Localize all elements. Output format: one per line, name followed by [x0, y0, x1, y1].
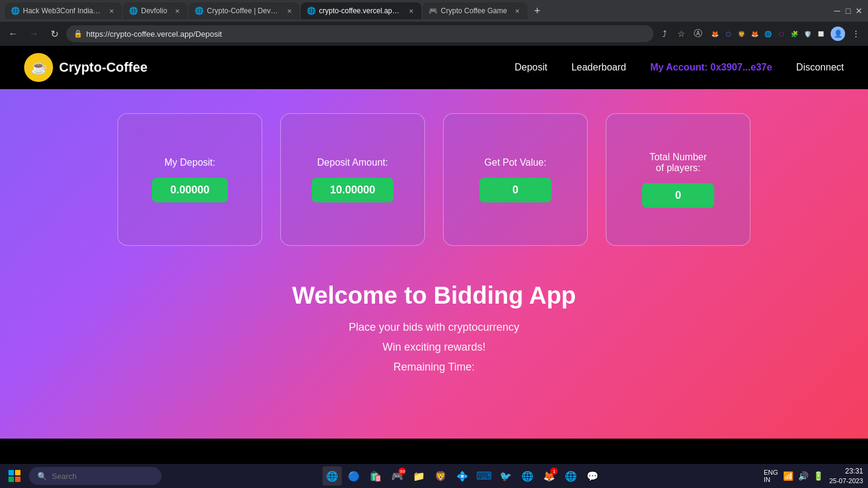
taskbar-app-vscode[interactable]: ⌨ [474, 466, 494, 486]
new-tab-button[interactable]: + [529, 2, 546, 19]
tab-crypto-coffee-devfolio[interactable]: 🌐 Crypto-Coffee | Devfolio ✕ [189, 2, 300, 19]
taskbar-app-twitter[interactable]: 🐦 [496, 466, 515, 486]
share-icon[interactable]: ⤴ [657, 27, 671, 41]
tab-close-1[interactable]: ✕ [107, 7, 116, 15]
close-window-button[interactable]: ✕ [855, 7, 863, 15]
get-pot-value[interactable]: 0 [479, 178, 552, 202]
total-players-card: Total Number of players: 0 [606, 113, 750, 246]
lock-icon: 🔒 [74, 30, 83, 38]
address-bar[interactable]: 🔒 https://crypto-coffee.vercel.app/Depos… [66, 25, 653, 42]
battery-icon[interactable]: 🔋 [813, 471, 823, 481]
taskbar-search[interactable]: 🔍 [29, 467, 162, 485]
nav-account[interactable]: My Account: 0x3907...e37e [650, 62, 772, 73]
taskbar-app-gamepass[interactable]: 🎮99 [388, 466, 407, 486]
tab-close-2[interactable]: ✕ [173, 7, 181, 15]
welcome-title: Welcome to Bidding App [36, 282, 832, 309]
ext-icon-7[interactable]: 🧩 [788, 28, 800, 40]
deposit-amount-value[interactable]: 10.00000 [312, 178, 393, 202]
reload-button[interactable]: ↻ [46, 25, 63, 42]
remaining-time: Remaining Time: [36, 361, 832, 374]
browser-chrome: 🌐 Hack Web3Conf India '23: Dashb... ✕ 🌐 … [0, 0, 868, 46]
taskbar-app-discord[interactable]: 💬 [583, 466, 602, 486]
maximize-button[interactable]: □ [844, 7, 852, 15]
forward-button[interactable]: → [25, 25, 42, 42]
taskbar-right: ENG IN 📶 🔊 🔋 23:31 25-07-2023 [764, 467, 863, 485]
tab-close-4[interactable]: ✕ [407, 7, 415, 15]
clock-area[interactable]: 23:31 25-07-2023 [829, 467, 863, 485]
taskbar-app-brave[interactable]: 🦁 [431, 466, 450, 486]
logo-icon: ☕ [24, 53, 53, 82]
tab-label-1: Hack Web3Conf India '23: Dashb... [23, 7, 101, 15]
nav-disconnect[interactable]: Disconnect [796, 62, 844, 73]
taskbar-app-edge[interactable]: 🌐 [322, 466, 342, 486]
taskbar-app-chrome2[interactable]: 🌐 [561, 466, 580, 486]
app-content: ☕ Crypto-Coffee Deposit Leaderboard My A… [0, 46, 868, 464]
tab-favicon-1: 🌐 [11, 7, 19, 15]
taskbar-app-chrome[interactable]: 🌐 [518, 466, 537, 486]
taskbar-pinned-apps: 🌐 🔵 🛍️ 🎮99 📁 🦁 💠 ⌨ 🐦 🌐 🦊1 🌐 💬 [322, 466, 602, 486]
taskbar-app-files[interactable]: 📁 [409, 466, 429, 486]
extension-icon-a1[interactable]: Ⓐ [691, 27, 705, 41]
search-icon: 🔍 [37, 472, 47, 481]
extension-icons: 🦊 ⬡ 🦁 🦊 🌐 ⬡ 🧩 🛡️ ⬜ [709, 28, 827, 40]
lang-indicator[interactable]: ENG IN [764, 469, 778, 483]
nav-deposit[interactable]: Deposit [515, 62, 547, 73]
win-icon-cell-2 [15, 470, 20, 475]
back-button[interactable]: ← [5, 25, 22, 42]
address-bar-row: ← → ↻ 🔒 https://crypto-coffee.vercel.app… [0, 22, 868, 46]
deposit-amount-card: Deposit Amount: 10.00000 [280, 113, 425, 246]
profile-icon[interactable]: 👤 [831, 27, 845, 41]
cards-row: My Deposit: 0.00000 Deposit Amount: 10.0… [36, 113, 832, 246]
wifi-icon[interactable]: 📶 [783, 471, 793, 481]
tab-label-5: Crypto Coffee Game [441, 7, 507, 15]
ext-icon-3[interactable]: 🦁 [735, 28, 747, 40]
tab-hack-web3[interactable]: 🌐 Hack Web3Conf India '23: Dashb... ✕ [5, 2, 122, 19]
win-icon-cell-3 [8, 477, 14, 482]
ext-icon-8[interactable]: 🛡️ [802, 28, 814, 40]
tab-crypto-game[interactable]: 🎮 Crypto Coffee Game ✕ [423, 2, 527, 19]
win-icon-cell-1 [8, 470, 14, 475]
total-players-value[interactable]: 0 [642, 183, 714, 208]
tab-label-3: Crypto-Coffee | Devfolio [207, 7, 279, 15]
welcome-reward: Win exciting rewards! [36, 341, 832, 354]
taskbar-app-store[interactable]: 🛍️ [366, 466, 385, 486]
minimize-button[interactable]: ─ [833, 7, 841, 15]
url-text: https://crypto-coffee.vercel.app/Deposit [86, 30, 646, 39]
deposit-amount-label: Deposit Amount: [317, 157, 388, 168]
win-icon-cell-4 [15, 477, 20, 482]
tab-devfolio[interactable]: 🌐 Devfolio ✕ [123, 2, 187, 19]
menu-icon[interactable]: ⋮ [849, 27, 863, 41]
start-button[interactable] [5, 466, 24, 486]
search-input[interactable] [52, 472, 148, 481]
tab-deposit-active[interactable]: 🌐 crypto-coffee.vercel.app/Deposit ✕ [301, 2, 421, 19]
taskbar: 🔍 🌐 🔵 🛍️ 🎮99 📁 🦁 💠 ⌨ 🐦 🌐 🦊1 🌐 💬 ENG IN 📶… [0, 464, 868, 488]
tab-close-5[interactable]: ✕ [513, 7, 521, 15]
nav-links: Deposit Leaderboard My Account: 0x3907..… [515, 62, 844, 73]
bookmark-icon[interactable]: ☆ [674, 27, 688, 41]
tab-favicon-3: 🌐 [195, 7, 203, 15]
tab-bar: 🌐 Hack Web3Conf India '23: Dashb... ✕ 🌐 … [0, 0, 868, 22]
taskbar-app-metamask[interactable]: 🦊1 [539, 466, 559, 486]
clock-date: 25-07-2023 [829, 477, 863, 485]
total-players-label: Total Number of players: [649, 152, 706, 174]
my-deposit-value[interactable]: 0.00000 [152, 178, 227, 202]
nav-leaderboard[interactable]: Leaderboard [571, 62, 626, 73]
ext-icon-9[interactable]: ⬜ [815, 28, 827, 40]
welcome-section: Welcome to Bidding App Place your bids w… [36, 282, 832, 374]
ext-icon-6[interactable]: ⬡ [775, 28, 787, 40]
tab-close-3[interactable]: ✕ [285, 7, 294, 15]
ext-icon-5[interactable]: 🌐 [762, 28, 774, 40]
get-pot-card: Get Pot Value: 0 [443, 113, 588, 246]
ext-icon-4[interactable]: 🦊 [749, 28, 761, 40]
ext-icon-1[interactable]: 🦊 [709, 28, 721, 40]
sys-tray: ENG IN 📶 🔊 🔋 [764, 469, 823, 483]
logo-area: ☕ Crypto-Coffee [24, 53, 148, 82]
ext-icon-2[interactable]: ⬡ [722, 28, 734, 40]
taskbar-app-ms[interactable]: 🔵 [344, 466, 363, 486]
tab-favicon-5: 🎮 [429, 7, 437, 15]
windows-logo-icon [8, 470, 20, 482]
volume-icon[interactable]: 🔊 [798, 471, 808, 481]
taskbar-app-ms2[interactable]: 💠 [453, 466, 472, 486]
my-deposit-label: My Deposit: [165, 157, 215, 168]
get-pot-label: Get Pot Value: [485, 157, 547, 168]
